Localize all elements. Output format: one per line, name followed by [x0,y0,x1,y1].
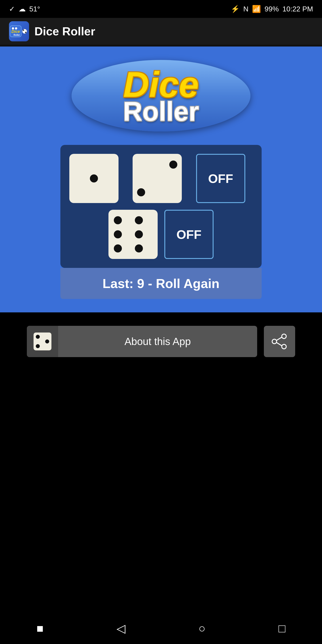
nav-bar: ■ ◁ ○ □ [0,613,322,644]
status-bar: ✓ ☁ 51° ⚡ N 📶 99% 10:22 PM [0,0,322,18]
roll-text: Last: 9 - Roll Again [102,276,219,291]
cloud-icon: ☁ [18,5,26,13]
clock: 10:22 PM [282,5,313,13]
svg-point-7 [25,32,26,33]
svg-text:Dice: Dice [12,29,20,34]
share-button[interactable] [264,326,295,357]
die-6-dot-2 [135,216,143,224]
small-die-icon [34,332,52,350]
die-6-dot-1 [114,216,122,224]
die-1-dot [90,174,98,182]
svg-point-4 [15,27,17,30]
nav-recents-icon[interactable]: □ [278,622,285,635]
svg-point-9 [272,339,276,344]
bluetooth-icon: ⚡ [231,5,240,13]
svg-point-8 [282,334,286,338]
svg-point-10 [282,344,286,349]
nfc-icon: N [243,5,248,13]
nav-square-icon: ■ [36,622,44,635]
separator [0,45,322,46]
nav-back-icon[interactable]: ◁ [116,622,126,635]
logo-area: Dice Roller [9,60,313,132]
main-content: Dice Roller OFF [0,46,322,312]
about-button[interactable]: About this App [27,326,257,357]
die-6-dot-6 [135,244,143,252]
die-6-dot-4 [135,230,143,238]
dice-container: OFF OFF [60,145,262,268]
svg-line-12 [276,342,282,346]
off-button-1[interactable]: OFF [196,154,245,203]
die-2-dot-top [169,160,177,168]
temperature: 51° [29,5,40,13]
die-2-dot-bottom [137,188,145,196]
signal-icon: 📶 [252,5,261,13]
share-icon [272,334,287,349]
battery-text: 99% [264,5,279,13]
svg-point-6 [23,30,24,31]
black-spacer [0,370,322,518]
status-left: ✓ ☁ 51° [9,5,40,13]
die-6-dot-5 [114,244,122,252]
about-button-icon [27,326,58,357]
bottom-section: About this App [0,312,322,370]
svg-point-3 [12,27,14,30]
svg-text:Roller: Roller [14,34,20,36]
die-1[interactable] [69,154,118,203]
status-right: ⚡ N 📶 99% 10:22 PM [231,5,313,13]
off-button-2[interactable]: OFF [164,210,214,259]
app-logo: Dice Roller [9,21,29,41]
about-button-label: About this App [58,336,257,348]
roll-again-banner[interactable]: Last: 9 - Roll Again [60,268,262,299]
nav-home-icon[interactable]: ○ [198,622,205,635]
title-bar: Dice Roller Dice Roller [0,18,322,45]
logo-roller-text: Roller [123,98,199,125]
die-2[interactable] [132,154,182,203]
die-6[interactable] [108,210,158,259]
app-title: Dice Roller [34,24,95,38]
svg-line-11 [276,337,282,340]
checkmark-icon: ✓ [9,5,15,13]
die-6-dot-3 [114,230,122,238]
logo-oval: Dice Roller [72,60,250,132]
